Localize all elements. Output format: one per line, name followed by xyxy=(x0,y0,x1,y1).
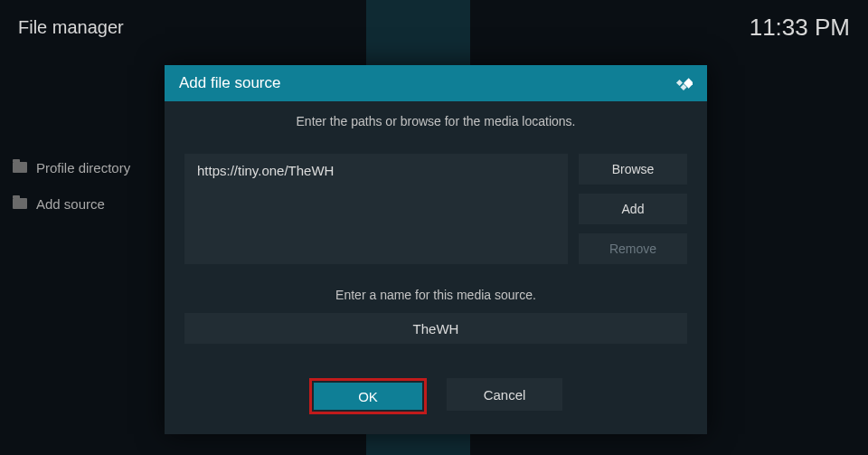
remove-button: Remove xyxy=(579,233,687,264)
path-list[interactable]: https://tiny.one/TheWH xyxy=(184,154,568,264)
dialog-actions: OK Cancel xyxy=(184,378,687,414)
source-name-input[interactable]: TheWH xyxy=(184,313,687,344)
dialog-header: Add file source xyxy=(165,65,707,101)
add-button[interactable]: Add xyxy=(579,194,687,224)
clock: 11:33 PM xyxy=(750,14,850,42)
sidebar-item-profile-directory[interactable]: Profile directory xyxy=(13,149,130,185)
cancel-button[interactable]: Cancel xyxy=(447,378,562,411)
path-item[interactable]: https://tiny.one/TheWH xyxy=(197,163,555,178)
ok-highlight: OK xyxy=(309,378,427,414)
add-file-source-dialog: Add file source Enter the paths or brows… xyxy=(165,65,707,434)
browse-button[interactable]: Browse xyxy=(579,154,687,185)
svg-rect-1 xyxy=(676,80,683,86)
sidebar-item-label: Add source xyxy=(36,196,105,212)
sidebar: Profile directory Add source xyxy=(13,149,130,222)
sidebar-item-label: Profile directory xyxy=(36,160,130,175)
dialog-title: Add file source xyxy=(179,74,280,92)
paths-instruction: Enter the paths or browse for the media … xyxy=(184,114,687,128)
folder-icon xyxy=(13,162,27,173)
sidebar-item-add-source[interactable]: Add source xyxy=(13,185,130,222)
page-title: File manager xyxy=(18,17,124,38)
path-actions: Browse Add Remove xyxy=(579,154,687,264)
folder-icon xyxy=(13,198,27,209)
dialog-body: Enter the paths or browse for the media … xyxy=(165,101,707,434)
source-name-value: TheWH xyxy=(413,321,459,337)
ok-button[interactable]: OK xyxy=(314,383,422,410)
name-instruction: Enter a name for this media source. xyxy=(184,288,687,302)
top-bar: File manager 11:33 PM xyxy=(0,9,868,45)
kodi-logo-icon xyxy=(675,74,693,92)
